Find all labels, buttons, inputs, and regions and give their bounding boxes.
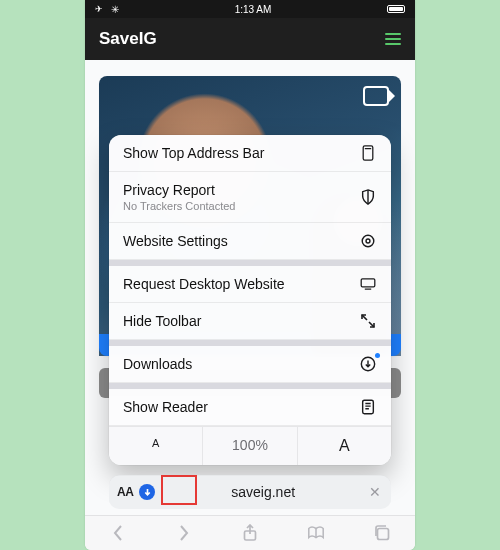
zoom-value[interactable]: 100% <box>202 427 297 465</box>
desktop-icon <box>359 276 377 292</box>
tabs-button[interactable] <box>372 523 392 543</box>
menu-website-settings[interactable]: Website Settings <box>109 223 391 260</box>
aa-button[interactable]: AA <box>117 485 133 499</box>
browser-toolbar <box>85 515 415 550</box>
back-button[interactable] <box>108 523 128 543</box>
shield-icon <box>359 189 377 205</box>
menu-show-reader[interactable]: Show Reader <box>109 389 391 426</box>
menu-item-label: Hide Toolbar <box>123 313 201 329</box>
phone-frame: ✈ ✳ 1:13 AM SaveIG Show Top Address B <box>85 0 415 550</box>
menu-downloads[interactable]: Downloads <box>109 346 391 383</box>
menu-hide-toolbar[interactable]: Hide Toolbar <box>109 303 391 340</box>
svg-rect-8 <box>363 400 374 413</box>
loading-icon: ✳ <box>111 4 119 15</box>
menu-item-sub: No Trackers Contacted <box>123 200 236 212</box>
battery-icon <box>387 5 405 13</box>
reader-icon <box>359 399 377 415</box>
download-circle-icon <box>359 356 377 372</box>
gear-icon <box>359 233 377 249</box>
zoom-out-button[interactable]: A <box>109 427 202 465</box>
clear-button[interactable]: ✕ <box>367 484 383 500</box>
url-domain: saveig.net <box>159 484 367 500</box>
menu-item-label: Show Top Address Bar <box>123 145 264 161</box>
status-time: 1:13 AM <box>235 4 272 15</box>
menu-item-label: Downloads <box>123 356 192 372</box>
menu-item-label: Show Reader <box>123 399 208 415</box>
airplane-icon: ✈ <box>95 4 103 14</box>
svg-point-4 <box>366 239 370 243</box>
url-bar[interactable]: AA saveig.net ✕ <box>109 475 391 509</box>
zoom-row: A 100% A <box>109 426 391 465</box>
menu-item-label: Request Desktop Website <box>123 276 285 292</box>
zoom-in-button[interactable]: A <box>298 427 391 465</box>
forward-button[interactable] <box>174 523 194 543</box>
video-icon <box>363 86 389 106</box>
menu-item-label: Privacy Report <box>123 182 236 198</box>
menu-item-label: Website Settings <box>123 233 228 249</box>
brand-title: SaveIG <box>99 29 157 49</box>
menu-privacy-report[interactable]: Privacy Report No Trackers Contacted <box>109 172 391 223</box>
svg-rect-13 <box>378 529 389 540</box>
address-top-icon <box>359 145 377 161</box>
svg-rect-5 <box>361 279 375 287</box>
svg-point-3 <box>362 235 374 247</box>
share-button[interactable] <box>240 523 260 543</box>
aa-menu-popover: Show Top Address Bar Privacy Report No T… <box>109 135 391 465</box>
bookmarks-button[interactable] <box>306 523 326 543</box>
menu-show-top-address[interactable]: Show Top Address Bar <box>109 135 391 172</box>
expand-icon <box>359 313 377 329</box>
download-indicator-icon[interactable] <box>139 484 155 500</box>
menu-icon[interactable] <box>385 33 401 45</box>
menu-request-desktop[interactable]: Request Desktop Website <box>109 266 391 303</box>
site-header: SaveIG <box>85 18 415 60</box>
status-bar: ✈ ✳ 1:13 AM <box>85 0 415 18</box>
